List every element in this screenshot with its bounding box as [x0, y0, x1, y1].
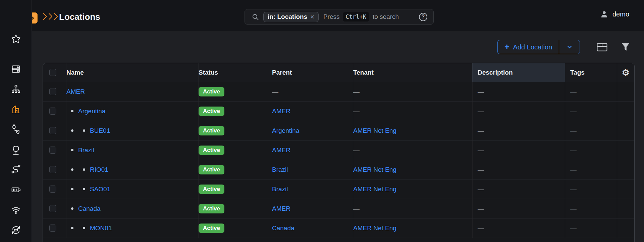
locations-table: Name Status Parent Tenant Description Ta…: [43, 63, 635, 242]
empty-value: —: [478, 225, 484, 232]
depth-bullet: [71, 227, 73, 229]
empty-value: —: [478, 166, 484, 173]
empty-value: —: [353, 205, 360, 212]
sitemap-icon[interactable]: [10, 83, 21, 94]
depth-bullet: [71, 207, 73, 210]
filter-button[interactable]: [619, 41, 632, 53]
depth-bullet: [83, 168, 85, 171]
topbar: n Locations in: Locations × Press Ctrl+K…: [0, 0, 644, 31]
row-checkbox[interactable]: [49, 147, 56, 154]
empty-value: —: [570, 166, 577, 173]
table-config-button[interactable]: [595, 41, 609, 53]
empty-value: —: [478, 127, 484, 134]
location-link[interactable]: Brazil: [78, 147, 94, 154]
parent-link[interactable]: Brazil: [272, 186, 288, 193]
route-icon[interactable]: [10, 163, 21, 174]
cables-icon[interactable]: [10, 124, 21, 135]
empty-value: —: [570, 205, 577, 212]
tenant-link[interactable]: AMER Net Eng: [353, 225, 396, 232]
parent-link[interactable]: AMER: [272, 147, 290, 154]
select-all-checkbox[interactable]: [49, 69, 56, 76]
search-icon: [252, 13, 259, 21]
add-location-split-button: + Add Location: [497, 40, 580, 54]
help-icon[interactable]: ?: [419, 13, 427, 21]
depth-bullet: [71, 188, 73, 190]
empty-value: —: [570, 88, 577, 95]
location-link[interactable]: Argentina: [78, 108, 105, 115]
search-hint-suffix: to search: [373, 13, 399, 21]
tenant-link[interactable]: AMER Net Eng: [353, 166, 396, 173]
empty-value: —: [570, 225, 577, 232]
shield-network-icon[interactable]: [10, 145, 21, 156]
status-badge: Active: [199, 87, 224, 96]
status-badge: Active: [199, 107, 224, 116]
table-row: AMER Active — — — —: [43, 82, 634, 102]
empty-value: —: [478, 205, 484, 212]
search-hint-prefix: Press: [323, 13, 340, 21]
parent-link[interactable]: Argentina: [272, 127, 299, 134]
column-header-tags[interactable]: Tags: [565, 63, 617, 82]
parent-link[interactable]: AMER: [272, 108, 290, 115]
chip-close-icon[interactable]: ×: [310, 13, 314, 21]
column-header-name[interactable]: Name: [66, 63, 198, 82]
global-search-input[interactable]: in: Locations × Press Ctrl+K to search ?: [245, 9, 434, 25]
depth-bullet: [83, 129, 85, 132]
location-link[interactable]: BUE01: [90, 127, 110, 134]
column-header-status[interactable]: Status: [198, 63, 272, 82]
battery-icon[interactable]: [10, 184, 21, 195]
row-checkbox[interactable]: [49, 186, 56, 193]
columns-icon: [596, 42, 608, 52]
row-checkbox[interactable]: [49, 127, 56, 134]
row-checkbox[interactable]: [49, 166, 56, 173]
depth-bullet: [71, 129, 73, 132]
chevron-down-icon: [566, 44, 573, 50]
building-icon[interactable]: [10, 104, 21, 115]
wifi-icon[interactable]: [10, 204, 21, 215]
empty-value: —: [478, 186, 484, 193]
empty-value: —: [478, 147, 484, 154]
tenant-link[interactable]: AMER Net Eng: [353, 186, 396, 193]
column-header-description[interactable]: Description: [472, 63, 565, 82]
column-header-parent[interactable]: Parent: [272, 63, 353, 82]
row-checkbox[interactable]: [49, 88, 56, 95]
parent-link[interactable]: AMER: [272, 205, 290, 212]
row-checkbox[interactable]: [49, 205, 56, 212]
empty-value: —: [570, 108, 577, 115]
table-row: MON01 Active Canada AMER Net Eng — —: [43, 218, 634, 238]
table-row: Brazil Active AMER — — —: [43, 140, 634, 160]
parent-link[interactable]: Brazil: [272, 166, 288, 173]
breadcrumb-chevrons-icon: [43, 12, 60, 21]
scope-chip-label: in: Locations: [268, 13, 307, 21]
gear-icon[interactable]: ⚙: [622, 68, 630, 77]
devices-icon[interactable]: [10, 64, 21, 75]
user-menu[interactable]: demo: [600, 10, 629, 18]
empty-value: —: [570, 127, 577, 134]
status-badge: Active: [199, 126, 224, 135]
row-checkbox[interactable]: [49, 225, 56, 232]
user-icon: [600, 10, 608, 18]
empty-value: —: [353, 108, 360, 115]
status-badge: Active: [199, 146, 224, 155]
depth-bullet: [71, 149, 73, 151]
status-badge: Active: [199, 165, 224, 174]
table-row: Argentina Active AMER — — —: [43, 102, 634, 121]
favorites-star-icon[interactable]: [10, 34, 21, 45]
tenant-link[interactable]: AMER Net Eng: [353, 127, 396, 134]
column-header-tenant[interactable]: Tenant: [353, 63, 472, 82]
table-body: AMER Active — — — — Argentina Active AME…: [43, 82, 634, 242]
search-scope-chip[interactable]: in: Locations ×: [263, 12, 319, 22]
sync-device-icon[interactable]: [10, 225, 21, 236]
add-location-dropdown-button[interactable]: [559, 40, 580, 54]
status-badge: Active: [199, 204, 224, 213]
empty-value: —: [272, 88, 278, 95]
location-link[interactable]: Canada: [78, 205, 101, 212]
add-location-button[interactable]: + Add Location: [498, 40, 559, 54]
parent-link[interactable]: Canada: [272, 225, 294, 232]
status-badge: Active: [199, 185, 224, 194]
location-link[interactable]: RIO01: [90, 166, 108, 173]
row-checkbox[interactable]: [49, 108, 56, 115]
location-link[interactable]: AMER: [66, 88, 85, 95]
location-link[interactable]: SAO01: [90, 186, 110, 193]
location-link[interactable]: MON01: [90, 225, 112, 232]
status-badge: Active: [199, 224, 224, 233]
